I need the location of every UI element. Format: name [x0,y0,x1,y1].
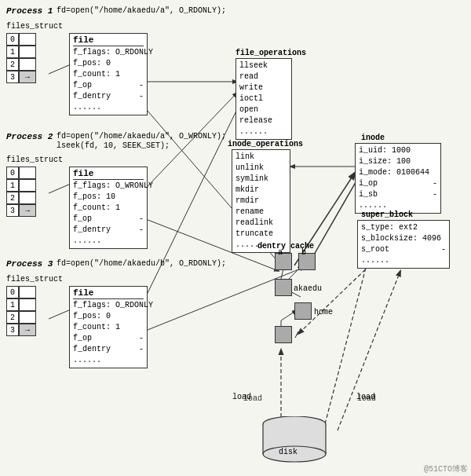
ptr-cell-active: → [19,324,36,336]
process2-struct-label: files_struct [6,156,63,164]
idx-cell: 2 [6,192,19,204]
ptr-cell [19,192,36,204]
ptr-cell [19,286,36,298]
load-label-right: load [356,393,375,401]
load-label-left: load [232,393,251,401]
file-operations-label: file_operations [236,49,306,57]
idx-cell: 2 [6,311,19,324]
process1-index-col: 0 1 2 3 [6,33,19,83]
idx-cell: 2 [6,58,19,71]
process1-label: Process 1 [6,6,53,16]
idx-cell: 3 [6,324,19,336]
svg-line-3 [49,184,71,193]
ptr-cell-active: → [19,204,36,217]
process1-file-box: file f_flags: O_RDONLY f_pos: 0 f_count:… [69,33,148,115]
inode-operations-label: inode_operations [228,140,303,148]
svg-line-11 [308,173,361,265]
inode-label: inode [361,134,385,142]
idx-cell: 3 [6,204,19,217]
dentry-label-akaedu: akaedu [294,284,322,293]
idx-cell: 0 [6,167,19,179]
ptr-cell [19,311,36,324]
dentry-node-root [275,326,292,343]
process1-ptr-col: → [19,33,36,83]
idx-cell: 1 [6,298,19,311]
watermark: @51CTO博客 [424,463,468,474]
ptr-cell [19,58,36,71]
process3-index-col: 0 1 2 3 [6,286,19,336]
dentry-label-home: home [314,308,333,317]
process2-command: fd=open("/home/akaedu/a", O_WRONLY); [57,132,226,141]
process3-label: Process 3 [6,259,53,269]
process3-struct-label: files_struct [6,275,63,284]
process2-label: Process 2 [6,132,53,141]
super-block-label: super_block [361,211,413,219]
ptr-cell [19,46,36,58]
idx-cell: 3 [6,71,19,83]
process3-file-box: file f_flags: O_RDONLY f_pos: 0 f_count:… [69,286,148,368]
inode-operations-box: link unlink symlink mkdir rmdir rename r… [232,149,290,253]
dentry-node-akaedu [275,279,292,296]
process3-ptr-col: → [19,286,36,336]
diagram-container: load load Process 1 fd=open("/home/akaed… [0,0,471,476]
ptr-cell [19,167,36,179]
dentry-label-root: / [294,331,299,340]
dentry-label-a: a [278,248,283,257]
disk-label: disk [279,448,298,456]
ptr-cell-active: → [19,71,36,83]
dentry-node-home [294,302,312,320]
ptr-cell [19,298,36,311]
svg-line-6 [49,309,71,319]
svg-line-0 [49,64,71,74]
process1-struct-label: files_struct [6,22,63,31]
idx-cell: 0 [6,286,19,298]
process2-index-col: 0 1 2 3 [6,167,19,217]
ptr-cell [19,33,36,46]
svg-line-23 [338,271,400,430]
process2-command2: lseek(fd, 10, SEEK_SET); [57,141,170,150]
ptr-cell [19,179,36,192]
process2-ptr-col: → [19,167,36,217]
super-block-box: s_type: ext2 s_blocksize: 4096 s_root- .… [357,220,450,269]
idx-cell: 1 [6,179,19,192]
dentry-label-b: b [301,248,306,257]
file-operations-box: llseek read write ioctl open release ...… [236,58,292,140]
disk-svg [259,416,330,463]
idx-cell: 0 [6,33,19,46]
process1-command: fd=open("/home/akaedu/a", O_RDONLY); [57,6,226,15]
process3-command: fd=open("/home/akaedu/b", O_RDONLY); [57,259,226,268]
inode-box: i_uid: 1000 i_size: 100 i_mode: 0100644 … [355,143,441,214]
process2-file-box: file f_flags: O_WRONLY f_pos: 10 f_count… [69,167,148,249]
idx-cell: 1 [6,46,19,58]
